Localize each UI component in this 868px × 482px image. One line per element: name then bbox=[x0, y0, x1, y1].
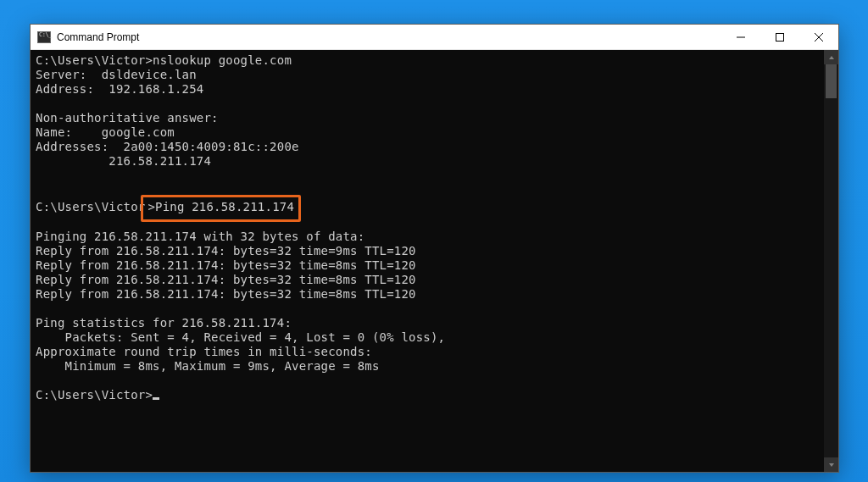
command-prompt-window: Command Prompt C:\Users\Victor>nslookup … bbox=[30, 24, 839, 473]
output-line: Packets: Sent = 4, Received = 4, Lost = … bbox=[36, 330, 819, 345]
prompt: C:\Users\Victor> bbox=[36, 53, 153, 67]
title-bar[interactable]: Command Prompt bbox=[31, 25, 838, 50]
output-line: Reply from 216.58.211.174: bytes=32 time… bbox=[36, 287, 819, 302]
output-line: Name: google.com bbox=[36, 125, 819, 140]
scrollbar-track[interactable] bbox=[824, 64, 838, 457]
output-line: Reply from 216.58.211.174: bytes=32 time… bbox=[36, 244, 819, 258]
highlighted-ping-command: >Ping 216.58.211.174 bbox=[141, 195, 301, 222]
window-title: Command Prompt bbox=[57, 31, 721, 43]
prompt: C:\Users\Victor> bbox=[36, 388, 153, 402]
output-line: Addresses: 2a00:1450:4009:81c::200e bbox=[36, 140, 819, 154]
output-line bbox=[36, 302, 819, 316]
command-nslookup: nslookup google.com bbox=[153, 53, 292, 67]
output-line: Pinging 216.58.211.174 with 32 bytes of … bbox=[36, 230, 819, 244]
client-area: C:\Users\Victor>nslookup google.comServe… bbox=[31, 50, 838, 472]
output-line: Address: 192.168.1.254 bbox=[36, 82, 819, 97]
output-line: Reply from 216.58.211.174: bytes=32 time… bbox=[36, 273, 819, 287]
scrollbar-thumb[interactable] bbox=[826, 64, 837, 98]
output-line: 216.58.211.174 bbox=[36, 154, 819, 169]
maximize-button[interactable] bbox=[760, 25, 799, 49]
window-controls bbox=[721, 25, 838, 49]
output-line bbox=[36, 169, 819, 183]
vertical-scrollbar[interactable] bbox=[824, 50, 838, 472]
output-line: Ping statistics for 216.58.211.174: bbox=[36, 316, 819, 330]
output-line: Approximate round trip times in milli-se… bbox=[36, 345, 819, 359]
close-button[interactable] bbox=[799, 25, 838, 49]
cmd-icon bbox=[37, 31, 51, 43]
output-line: Non-authoritative answer: bbox=[36, 111, 819, 125]
scrollbar-down-button[interactable] bbox=[824, 457, 838, 472]
output-line: Server: dsldevice.lan bbox=[36, 68, 819, 82]
svg-rect-0 bbox=[776, 33, 784, 41]
prompt: C:\Users\Victor bbox=[36, 200, 145, 213]
output-line: Minimum = 8ms, Maximum = 9ms, Average = … bbox=[36, 359, 819, 374]
minimize-button[interactable] bbox=[721, 25, 760, 49]
output-line bbox=[36, 374, 819, 388]
scrollbar-up-button[interactable] bbox=[824, 50, 838, 64]
output-line: Reply from 216.58.211.174: bytes=32 time… bbox=[36, 258, 819, 273]
output-line bbox=[36, 97, 819, 111]
terminal-output[interactable]: C:\Users\Victor>nslookup google.comServe… bbox=[31, 50, 824, 472]
desktop-background: Command Prompt C:\Users\Victor>nslookup … bbox=[0, 0, 868, 482]
cursor bbox=[153, 397, 159, 400]
